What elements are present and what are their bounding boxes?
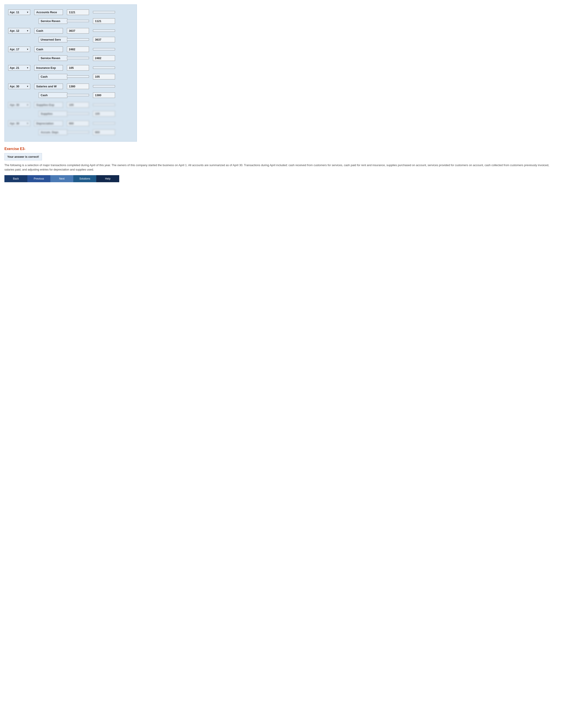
- credit-empty-box-4: [93, 67, 115, 69]
- next-button[interactable]: Next: [50, 175, 73, 182]
- credit-empty-box-1: [93, 11, 115, 13]
- debit-empty-box-6: [67, 113, 89, 115]
- entry-2-credit-row: Unearned Serv 3637: [8, 36, 133, 43]
- journal-entry-3: Apr. 17 ▼ Cash 2482 Service Reven: [8, 45, 133, 62]
- debit-account-5: Salaries and W: [34, 84, 65, 89]
- credit-account-3: Service Reven: [34, 55, 65, 61]
- credit-amount-cell-1: 1121: [93, 18, 117, 24]
- credit-account-6: Supplies: [34, 111, 65, 116]
- date-label-2: Apr. 12: [10, 29, 19, 32]
- debit-empty-5: [67, 93, 91, 97]
- help-button[interactable]: Help: [96, 175, 119, 182]
- credit-account-4: Cash: [34, 74, 65, 79]
- dropdown-arrow-6: ▼: [26, 104, 29, 106]
- journal-container: Apr. 11 ▼ Accounts Rece 1121 Service Rev…: [4, 4, 137, 142]
- credit-amount-box-1: 1121: [93, 18, 115, 24]
- credit-amount-box-2: 3637: [93, 37, 115, 42]
- date-label-5: Apr. 30: [10, 85, 19, 88]
- debit-amount-box-3: 2482: [67, 47, 89, 52]
- exercise-subtitle: Your answer is correct!: [4, 153, 42, 160]
- debit-amount-box-1: 1121: [67, 9, 89, 15]
- journal-entry-7-blurred: Apr. 30 ▼ Depreciation 900 Accum. Depr.: [8, 119, 133, 136]
- credit-account-box-3: Service Reven: [39, 55, 67, 61]
- debit-empty-box-2: [67, 38, 89, 41]
- credit-account-box-4: Cash: [39, 74, 67, 79]
- date-cell-6: Apr. 30 ▼: [8, 102, 32, 108]
- dropdown-arrow-5: ▼: [26, 85, 29, 88]
- credit-amount-cell-3: 2482: [93, 55, 117, 61]
- debit-empty-box-4: [67, 75, 89, 78]
- credit-account-box-2: Unearned Serv: [39, 37, 67, 42]
- credit-amount-box-3: 2482: [93, 55, 115, 61]
- debit-amount-cell-7: 900: [67, 121, 91, 126]
- dropdown-arrow-2: ▼: [26, 30, 29, 32]
- entry-3-credit-row: Service Reven 2482: [8, 54, 133, 62]
- credit-account-box-1: Service Reven: [39, 18, 67, 24]
- credit-empty-2: [93, 29, 117, 32]
- credit-account-1: Service Reven: [34, 18, 65, 24]
- credit-account-box-6: Supplies: [39, 111, 67, 116]
- solutions-button[interactable]: Solutions: [73, 175, 96, 182]
- debit-empty-1: [67, 19, 91, 23]
- credit-empty-1: [93, 10, 117, 14]
- credit-empty-6: [93, 103, 117, 107]
- debit-account-2: Cash: [34, 28, 65, 34]
- debit-amount-box-2: 3637: [67, 28, 89, 34]
- debit-account-6: Supplies Exp: [34, 102, 65, 108]
- credit-amount-cell-4: 105: [93, 74, 117, 79]
- journal-entry-2: Apr. 12 ▼ Cash 3637 Unearned Serv: [8, 27, 133, 43]
- credit-empty-box-3: [93, 48, 115, 50]
- previous-button[interactable]: Previous: [27, 175, 50, 182]
- journal-entry-4: Apr. 21 ▼ Insurance Exp 105 Cash: [8, 64, 133, 81]
- debit-empty-box-5: [67, 94, 89, 96]
- exercise-title: Exercise E3-: [4, 147, 559, 151]
- dropdown-arrow-7: ▼: [26, 122, 29, 125]
- credit-amount-box-4: 105: [93, 74, 115, 79]
- bottom-navigation: Back Previous Next Solutions Help: [4, 175, 119, 182]
- credit-empty-box-5: [93, 85, 115, 87]
- debit-account-box-1: Accounts Rece: [34, 9, 63, 15]
- date-dropdown-4[interactable]: Apr. 21 ▼: [8, 65, 30, 71]
- entry-1-debit-row: Apr. 11 ▼ Accounts Rece 1121: [8, 8, 133, 16]
- debit-amount-box-7: 900: [67, 121, 89, 126]
- date-dropdown-5[interactable]: Apr. 30 ▼: [8, 84, 30, 89]
- date-cell-4: Apr. 21 ▼: [8, 65, 32, 71]
- debit-amount-cell-5: 1380: [67, 84, 91, 89]
- debit-amount-cell-1: 1121: [67, 9, 91, 15]
- debit-empty-6: [67, 112, 91, 115]
- credit-amount-cell-5: 1380: [93, 92, 117, 98]
- journal-entry-5: Apr. 30 ▼ Salaries and W 1380 Cash: [8, 82, 133, 99]
- debit-account-box-2: Cash: [34, 28, 63, 34]
- credit-account-box-7: Accum. Depr.: [39, 129, 67, 135]
- credit-empty-box-6: [93, 104, 115, 106]
- debit-account-7: Depreciation: [34, 121, 65, 126]
- debit-empty-box-3: [67, 57, 89, 59]
- entry-7-credit-row: Accum. Depr. 900: [8, 128, 133, 136]
- entry-5-credit-row: Cash 1380: [8, 91, 133, 99]
- date-label-4: Apr. 21: [10, 66, 19, 69]
- debit-account-box-4: Insurance Exp: [34, 65, 63, 71]
- entry-1-credit-row: Service Reven 1121: [8, 17, 133, 25]
- credit-amount-cell-6: 105: [93, 111, 117, 116]
- credit-amount-box-5: 1380: [93, 92, 115, 98]
- entry-6-credit-row: Supplies 105: [8, 110, 133, 118]
- credit-account-7: Accum. Depr.: [34, 129, 65, 135]
- credit-account-5: Cash: [34, 92, 65, 98]
- debit-account-box-3: Cash: [34, 47, 63, 52]
- credit-empty-box-7: [93, 122, 115, 124]
- back-button[interactable]: Back: [4, 175, 27, 182]
- date-dropdown-1[interactable]: Apr. 11 ▼: [8, 9, 30, 15]
- date-cell-1: Apr. 11 ▼: [8, 9, 32, 15]
- debit-empty-3: [67, 56, 91, 60]
- blurred-entries: Apr. 30 ▼ Supplies Exp 105 Supplies: [8, 101, 133, 136]
- date-dropdown-3[interactable]: Apr. 17 ▼: [8, 47, 30, 52]
- date-cell-2: Apr. 12 ▼: [8, 28, 32, 34]
- credit-amount-box-7: 900: [93, 129, 115, 135]
- date-dropdown-7: Apr. 30 ▼: [8, 121, 30, 126]
- credit-empty-4: [93, 66, 117, 69]
- debit-account-box-6: Supplies Exp: [34, 102, 63, 108]
- date-dropdown-2[interactable]: Apr. 12 ▼: [8, 28, 30, 34]
- credit-empty-7: [93, 122, 117, 125]
- entry-5-debit-row: Apr. 30 ▼ Salaries and W 1380: [8, 82, 133, 90]
- debit-empty-box-1: [67, 20, 89, 22]
